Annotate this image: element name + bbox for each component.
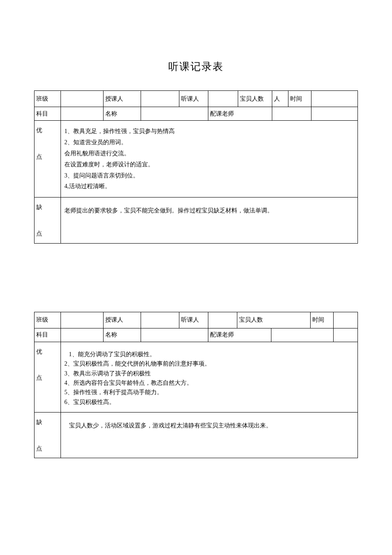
count-label: 宝贝人数 (237, 312, 311, 328)
advantages-label-char2: 点 (36, 154, 42, 160)
lecturer-value (141, 91, 179, 107)
advantages-content: 1、能充分调动了宝贝的积极性。 2、宝贝积极性高，能交代拼的礼物事前的注意好事项… (61, 342, 358, 412)
table1-disadvantages-row: 缺 点 老师提出的要求较多，宝贝不能完全做到。操作过程宝贝缺乏材料，做法单调。 (35, 198, 358, 243)
advantages-label: 优 点 (35, 121, 61, 198)
table1-header-row1: 班级 授课人 听课人 宝贝人数 人 时间 (35, 91, 358, 107)
disadvantages-content: 宝贝人数少，活动区域设置多，游戏过程太清静有些宝贝主动性未体现出来。 (61, 413, 358, 458)
adv-line: 在设置难度时，老师设计的适宜。 (64, 159, 354, 170)
table1-advantages-row: 优 点 1、教具充足，操作性强，宝贝参与热情高 2、知道营业员的用词。 会用礼貌… (35, 121, 358, 198)
listener-value (208, 91, 238, 107)
subject-value (61, 107, 104, 121)
coteacher-label: 配课老师 (208, 328, 271, 342)
table2-advantages-row: 优 点 1、能充分调动了宝贝的积极性。 2、宝贝积极性高，能交代拼的礼物事前的注… (35, 342, 358, 412)
adv-line: 6、宝贝积极性高。 (64, 398, 354, 407)
disadvantages-label: 缺 点 (35, 413, 61, 458)
coteacher-value (271, 328, 334, 342)
subject-value (61, 328, 104, 342)
table-gap (34, 244, 358, 312)
count-value: 人 (272, 91, 288, 107)
advantages-label: 优 点 (35, 342, 61, 412)
coteacher-value (272, 107, 311, 121)
disadvantages-label-char1: 缺 (36, 419, 42, 425)
adv-line: 1、能充分调动了宝贝的积极性。 (64, 350, 354, 359)
name-label: 名称 (104, 107, 141, 121)
listener-label: 听课人 (179, 312, 208, 328)
disadvantages-label: 缺 点 (35, 198, 61, 243)
name-value (141, 328, 208, 342)
table1-header-row2: 科目 名称 配课老师 (35, 107, 358, 121)
time-value (311, 91, 358, 107)
adv-line: 2、宝贝积极性高，能交代拼的礼物事前的注意好事项。 (64, 359, 354, 369)
adv-line: 4、所选内容符合宝贝年龄特点，教态自然大方。 (64, 378, 354, 388)
time-label: 时间 (288, 91, 311, 107)
subject-label: 科目 (35, 107, 61, 121)
adv-line: 3、提问问题语言亲切到位。 (64, 170, 354, 181)
subject-label: 科目 (35, 328, 61, 342)
adv-line: 2、知道营业员的用词。 (64, 137, 354, 148)
name-value (141, 107, 208, 121)
table2-header-row2: 科目 名称 配课老师 (35, 328, 358, 342)
time-label: 时间 (311, 312, 334, 328)
extra-value (334, 328, 358, 342)
adv-line: 4,活动过程清晰。 (64, 181, 354, 192)
class-label: 班级 (35, 312, 61, 328)
adv-line: 3、教具出示调动了孩子的积极性 (64, 369, 354, 378)
adv-line: 5、操作性强，有利于提高动手能力。 (64, 388, 354, 397)
count-label: 宝贝人数 (238, 91, 272, 107)
adv-line: 1、教具充足，操作性强，宝贝参与热情高 (64, 126, 354, 137)
disadvantages-label-char2: 点 (36, 445, 42, 452)
page-title: 听课记录表 (34, 60, 358, 73)
disadvantages-content: 老师提出的要求较多，宝贝不能完全做到。操作过程宝贝缺乏材料，做法单调。 (61, 198, 358, 243)
time-value (334, 312, 358, 328)
listener-value (208, 312, 237, 328)
table2-disadvantages-row: 缺 点 宝贝人数少，活动区域设置多，游戏过程太清静有些宝贝主动性未体现出来。 (35, 413, 358, 458)
record-table-1: 班级 授课人 听课人 宝贝人数 人 时间 科目 名称 配课老师 优 点 1、教具… (34, 90, 358, 244)
advantages-content: 1、教具充足，操作性强，宝贝参与热情高 2、知道营业员的用词。 会用礼貌用语进行… (61, 121, 358, 198)
advantages-label-char2: 点 (36, 375, 42, 381)
advantages-label-char1: 优 (36, 349, 42, 355)
class-label: 班级 (35, 91, 61, 107)
lecturer-label: 授课人 (104, 312, 141, 328)
table2-header-row1: 班级 授课人 听课人 宝贝人数 时间 (35, 312, 358, 328)
class-value (61, 91, 104, 107)
coteacher-label: 配课老师 (208, 107, 272, 121)
adv-line: 会用礼貌用语进行交流。 (64, 148, 354, 159)
disadvantages-label-char2: 点 (36, 230, 42, 237)
class-value (61, 312, 104, 328)
lecturer-label: 授课人 (104, 91, 141, 107)
lecturer-value (141, 312, 179, 328)
advantages-label-char1: 优 (36, 127, 42, 134)
record-table-2: 班级 授课人 听课人 宝贝人数 时间 科目 名称 配课老师 优 点 1、能充分调… (34, 312, 358, 459)
disadvantages-label-char1: 缺 (36, 204, 42, 210)
extra-value (311, 107, 358, 121)
listener-label: 听课人 (179, 91, 208, 107)
name-label: 名称 (104, 328, 141, 342)
